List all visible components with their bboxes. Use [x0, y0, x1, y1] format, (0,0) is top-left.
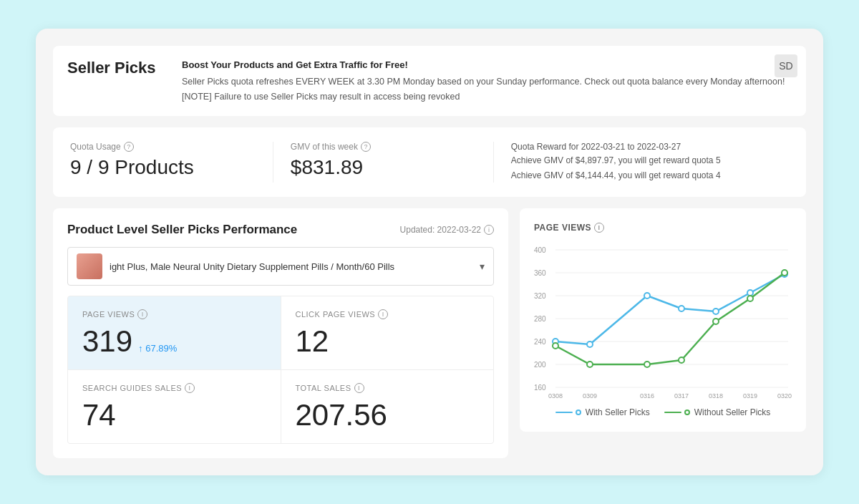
- svg-point-28: [553, 343, 558, 349]
- gmv-label: GMV of this week ?: [291, 142, 476, 152]
- reward-line-2: Achieve GMV of $4,144.44, you will get r…: [511, 168, 789, 183]
- page-title: Seller Picks: [67, 57, 182, 77]
- without-seller-picks-line: [664, 412, 681, 413]
- click-page-views-value: 12: [296, 326, 480, 357]
- page-views-value: 319: [82, 326, 132, 357]
- header-description: Seller Picks quota refreshes EVERY WEEK …: [182, 74, 792, 89]
- header-info: Boost Your Products and Get Extra Traffi…: [182, 57, 792, 105]
- svg-point-31: [679, 357, 684, 363]
- page-views-value-row: 319 ↑ 67.89%: [82, 326, 266, 357]
- reward-line-1: Achieve GMV of $4,897.97, you will get r…: [511, 153, 789, 168]
- svg-point-34: [782, 270, 787, 276]
- svg-point-25: [713, 309, 719, 314]
- header-section: Seller Picks Boost Your Products and Get…: [53, 46, 806, 117]
- chart-area: 400 360 320 280 240 200 160 0: [534, 244, 792, 402]
- perf-updated: Updated: 2022-03-22 i: [400, 225, 494, 235]
- page-views-change: ↑ 67.89%: [138, 343, 177, 354]
- gmv-block: GMV of this week ? $831.89: [291, 142, 494, 183]
- with-seller-picks-line: [555, 412, 573, 413]
- quota-value: 9 / 9 Products: [70, 156, 256, 179]
- svg-text:240: 240: [534, 338, 546, 346]
- perf-title: Product Level Seller Picks Performance: [67, 223, 297, 237]
- gmv-value: $831.89: [291, 156, 476, 179]
- quota-label: Quota Usage ?: [70, 142, 256, 152]
- svg-point-22: [587, 341, 593, 347]
- chevron-down-icon: ▾: [480, 261, 485, 272]
- header-note: [NOTE] Failure to use Seller Picks may r…: [182, 89, 792, 105]
- page-views-cell: PAGE VIEWS i 319 ↑ 67.89%: [68, 296, 281, 369]
- search-guides-cell: SEARCH GUIDES SALES i 74: [68, 370, 281, 443]
- svg-text:0308: 0308: [548, 392, 563, 399]
- metrics-grid: PAGE VIEWS i 319 ↑ 67.89% CLICK PAGE VIE…: [67, 296, 494, 444]
- svg-text:0317: 0317: [674, 392, 689, 399]
- total-sales-info-icon[interactable]: i: [354, 383, 364, 393]
- chart-info-icon[interactable]: i: [594, 223, 604, 233]
- svg-point-30: [644, 362, 650, 367]
- svg-text:160: 160: [534, 384, 546, 392]
- svg-point-29: [587, 362, 593, 367]
- product-thumbnail: [77, 253, 102, 279]
- total-sales-label: TOTAL SALES i: [296, 383, 480, 393]
- click-page-views-label: CLICK PAGE VIEWS i: [296, 309, 480, 319]
- quota-reward-block: Quota Reward for 2022-03-21 to 2022-03-2…: [511, 142, 789, 183]
- gmv-info-icon[interactable]: ?: [361, 142, 371, 152]
- main-card: Seller Picks Boost Your Products and Get…: [36, 29, 823, 475]
- boost-title: Boost Your Products and Get Extra Traffi…: [182, 57, 792, 73]
- performance-left: Product Level Seller Picks Performance U…: [53, 208, 508, 458]
- quota-usage-block: Quota Usage ? 9 / 9 Products: [70, 142, 273, 183]
- svg-text:0318: 0318: [709, 392, 723, 399]
- chart-svg: 400 360 320 280 240 200 160 0: [534, 244, 792, 402]
- click-page-views-cell: CLICK PAGE VIEWS i 12: [281, 296, 494, 369]
- legend-with-seller-picks: With Seller Picks: [555, 407, 650, 417]
- page-views-label: PAGE VIEWS i: [82, 309, 266, 319]
- performance-section: Product Level Seller Picks Performance U…: [53, 208, 806, 458]
- svg-text:0320: 0320: [777, 392, 792, 399]
- svg-point-24: [679, 306, 684, 311]
- product-dropdown[interactable]: ight Plus, Male Neural Unity Dietary Sup…: [67, 247, 494, 286]
- perf-info-icon[interactable]: i: [484, 225, 494, 235]
- header-icon-button[interactable]: SD: [775, 54, 797, 77]
- svg-text:0319: 0319: [743, 392, 757, 399]
- svg-point-23: [644, 293, 650, 299]
- perf-header: Product Level Seller Picks Performance U…: [67, 223, 494, 237]
- svg-text:0316: 0316: [640, 392, 654, 399]
- search-guides-value: 74: [82, 400, 266, 430]
- click-views-info-icon[interactable]: i: [378, 309, 388, 319]
- svg-point-26: [747, 290, 753, 296]
- quota-info-icon[interactable]: ?: [124, 142, 134, 152]
- product-name: ight Plus, Male Neural Unity Dietary Sup…: [110, 261, 480, 272]
- total-sales-value: 207.56: [296, 400, 480, 430]
- without-seller-picks-dot: [684, 410, 690, 415]
- search-guides-info-icon[interactable]: i: [185, 383, 195, 393]
- quota-reward-lines: Achieve GMV of $4,897.97, you will get r…: [511, 153, 789, 183]
- svg-text:280: 280: [534, 315, 546, 323]
- svg-point-33: [747, 296, 753, 301]
- svg-text:200: 200: [534, 361, 546, 369]
- legend-with-label: With Seller Picks: [586, 407, 650, 417]
- with-seller-picks-dot: [576, 410, 581, 415]
- header-icon-label: SD: [779, 60, 792, 72]
- search-guides-label: SEARCH GUIDES SALES i: [82, 383, 266, 393]
- svg-text:0309: 0309: [583, 392, 597, 399]
- page-views-info-icon[interactable]: i: [137, 309, 147, 319]
- quota-reward-title: Quota Reward for 2022-03-21 to 2022-03-2…: [511, 142, 789, 152]
- legend-without-label: Without Seller Picks: [694, 407, 771, 417]
- stats-row: Quota Usage ? 9 / 9 Products GMV of this…: [53, 127, 806, 197]
- svg-text:400: 400: [534, 246, 546, 254]
- svg-text:320: 320: [534, 292, 546, 300]
- svg-point-32: [713, 319, 719, 324]
- total-sales-cell: TOTAL SALES i 207.56: [281, 370, 494, 443]
- chart-title: PAGE VIEWS i: [534, 223, 792, 233]
- legend-without-seller-picks: Without Seller Picks: [664, 407, 771, 417]
- svg-text:360: 360: [534, 269, 546, 277]
- chart-legend: With Seller Picks Without Seller Picks: [534, 407, 792, 417]
- chart-panel: PAGE VIEWS i 400 360 320 280 240 200 160: [520, 208, 806, 432]
